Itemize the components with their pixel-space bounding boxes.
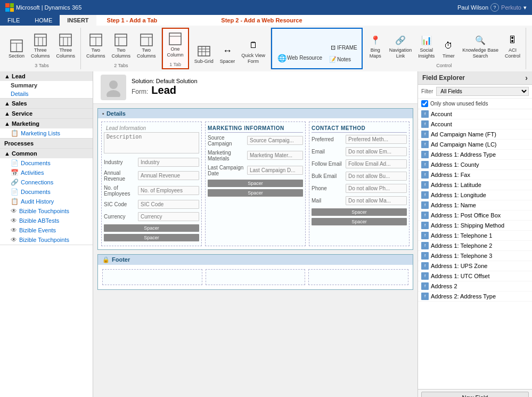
email-input[interactable] [346,147,407,156]
field-list-item[interactable]: f Address 1: County [418,160,532,170]
field-list-item[interactable]: f Address 1: Telephone 1 [418,231,532,241]
ribbon-btn-one-col[interactable]: OneColumn [165,30,186,60]
source-campaign-input[interactable] [247,136,303,145]
tab-insert[interactable]: INSERT [60,15,96,26]
sidebar-section-service-header[interactable]: ▲ Service [0,109,93,118]
bulk-email-input[interactable] [346,172,407,181]
ribbon-btn-quick-view[interactable]: 🗒 Quick ViewForm [239,36,267,66]
ribbon-btn-nav-link[interactable]: 🔗 NavigationLink [387,31,414,61]
email-field: Email [312,147,407,156]
ribbon-btn-web-resource[interactable]: 🌐 Web Resource [274,51,324,65]
field-list-item[interactable]: f Address 1: Post Office Box [418,210,532,221]
two-cols2-svg [114,34,127,46]
sidebar-item-bizible-touchpoints2[interactable]: 👁 Bizible Touchpoints [0,235,93,245]
ribbon-btn-bing-maps[interactable]: 📍 BingMaps [366,31,385,61]
filter-select[interactable]: All Fields Unused Fields Required Fields [436,87,529,96]
description-field [104,132,199,155]
field-list-item[interactable]: f Ad Campaign Name (LC) [418,140,532,150]
marketing-info-column: MARKETING INFORMATION Source Campaign Ma… [205,121,306,246]
field-list-item[interactable]: f Address 2: Address Type [418,291,532,302]
ribbon-btn-two-cols3[interactable]: TwoColumns [135,31,158,61]
ribbon-btn-social-insights[interactable]: 📊 SocialInsights [416,31,437,61]
field-list-item[interactable]: f Address 1: Name [418,200,532,210]
follow-email-input[interactable] [346,159,407,168]
field-item-icon: f [421,232,429,239]
ribbon-btn-two-cols2[interactable]: TwoColumns [110,31,133,61]
mail-input[interactable] [346,196,407,205]
help-icon[interactable]: ? [490,3,499,12]
sidebar-item-summary[interactable]: Summary [0,81,93,90]
details-tab-title: Details [107,110,126,117]
field-list-item[interactable]: f Address 1: Longitude [418,190,532,200]
industry-input[interactable] [138,158,199,167]
ribbon-btn-timer[interactable]: ⏱ Timer [439,37,458,61]
field-explorer-expand-icon[interactable]: › [525,74,528,82]
field-list-item[interactable]: f Address 1: Telephone 3 [418,251,532,261]
sidebar-item-connections[interactable]: 🔗 Connections [0,177,93,187]
sub-grid-label: Sub-Grid [194,59,214,64]
sidebar-item-documents2[interactable]: 📄 Documents [0,187,93,197]
follow-email-label: Follow Email [312,161,343,167]
field-list-item[interactable]: f Address 1: Fax [418,170,532,180]
field-item-label: Address 1: Fax [431,172,470,178]
sidebar-section-marketing-header[interactable]: ▲ Marketing [0,119,93,128]
currency-input[interactable] [138,212,199,221]
ribbon-btn-sub-grid[interactable]: Sub-Grid [192,42,216,66]
field-list-item[interactable]: f Address 1: Telephone 2 [418,241,532,251]
sidebar-item-bizible-touchpoints[interactable]: 👁 Bizible Touchpoints [0,206,93,216]
preferred-input[interactable] [346,135,407,144]
sidebar-item-audit-history[interactable]: 📋 Audit History [0,197,93,206]
ribbon-btn-three-cols[interactable]: ThreeColumns [29,31,52,61]
description-input[interactable] [104,132,199,153]
ribbon-group-control: 📍 BingMaps 🔗 NavigationLink 📊 SocialInsi… [363,28,526,69]
sidebar-section-sales-header[interactable]: ▲ Sales [0,99,93,108]
marketing-materials-input[interactable] [247,151,303,160]
field-list-item[interactable]: f Account [418,109,532,119]
field-list-item[interactable]: f Address 1: Address Type [418,150,532,160]
field-list-item[interactable]: f Account [418,119,532,129]
ribbon-btn-two-cols[interactable]: TwoColumns [84,31,108,61]
field-list-item[interactable]: f Ad Campaign Name (FT) [418,129,532,140]
field-list-item[interactable]: f Address 1: UPS Zone [418,261,532,271]
only-unused-checkbox[interactable] [421,100,428,107]
tab-home[interactable]: HOME [27,15,60,26]
ribbon-btn-aci[interactable]: 🎛 ACIControl [503,31,522,61]
user-org: Perkuto [501,4,521,11]
sidebar-item-documents[interactable]: 📄 Documents [0,158,93,168]
two-cols-icon [88,33,103,47]
new-field-button[interactable]: New Field [421,392,529,397]
sidebar-section-common-header[interactable]: ▲ Common [0,149,93,158]
ribbon-btn-section[interactable]: Section [6,37,27,61]
two-cols3-svg [140,34,153,46]
sidebar-item-bizible-events[interactable]: 👁 Bizible Events [0,225,93,235]
sidebar-section-processes-header[interactable]: Processes [0,139,93,148]
chevron-down-icon[interactable]: ▾ [523,4,527,11]
bulk-email-field: Bulk Email [312,172,407,181]
source-campaign-field: Source Campaign [208,135,303,147]
section-svg [10,39,23,52]
ribbon-btn-three-cols2[interactable]: ThreeColumns [54,31,78,61]
field-list-item[interactable]: f Address 2 [418,281,532,291]
field-list-item[interactable]: f Address 1: Latitude [418,180,532,190]
sidebar-item-activities[interactable]: 📅 Activities [0,168,93,177]
num-employees-input[interactable] [138,186,199,195]
phone-input[interactable] [346,184,407,193]
field-list-item[interactable]: f Address 1: UTC Offset [418,271,532,281]
ribbon-btn-spacer[interactable]: ↔ Spacer [218,42,238,66]
ribbon-group-3tabs-items: Section ThreeColumns ThreeColumns [6,29,77,62]
ribbon-btn-notes[interactable]: 📝 Notes [326,54,359,65]
field-item-icon: f [421,171,429,179]
ribbon-btn-iframe[interactable]: ⊡ IFRAME [326,43,359,53]
tab-file[interactable]: FILE [0,15,27,26]
sidebar-item-bizible-abtests[interactable]: 👁 Bizible ABTests [0,216,93,225]
field-list-item[interactable]: f Address 1: Shipping Method [418,221,532,231]
annual-revenue-input[interactable] [138,171,199,180]
sic-code-input[interactable] [138,200,199,209]
spacer-6: Spacer [312,218,407,225]
last-campaign-date-input[interactable] [247,166,303,175]
sidebar-section-lead-header[interactable]: ▲ Lead [0,71,93,81]
sidebar-item-marketing-lists[interactable]: 📋 Marketing Lists [0,128,93,138]
only-unused-label: Only show unused fields [430,101,488,107]
ribbon-btn-kb-search[interactable]: 🔍 Knowledge BaseSearch [460,31,501,61]
sidebar-item-details[interactable]: Details [0,90,93,98]
